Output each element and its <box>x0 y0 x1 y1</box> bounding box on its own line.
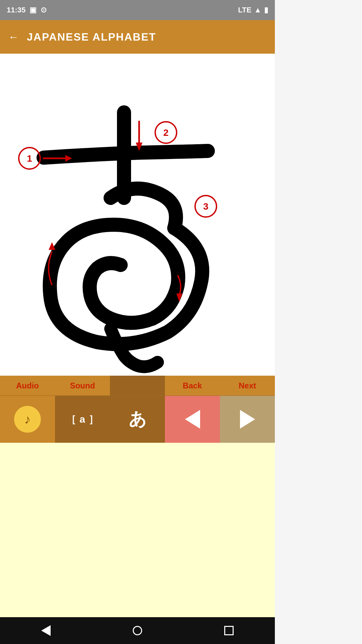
sound-button[interactable]: ［ a ］ <box>55 396 110 443</box>
bottom-area <box>0 443 275 617</box>
battery-icon: ▮ <box>264 6 268 14</box>
time-display: 11:35 <box>7 6 25 14</box>
nav-home-button[interactable] <box>133 626 142 635</box>
signal-icon: ▲ <box>254 6 261 14</box>
nav-back-button[interactable] <box>41 625 51 636</box>
cast-icon: ⊙ <box>41 6 47 14</box>
character-display-area: 1 2 3 <box>0 54 275 376</box>
app-header: ← JAPANESE ALPHABET <box>0 20 275 54</box>
music-icon: ♪ <box>24 412 31 427</box>
back-button-ctrl[interactable] <box>165 396 220 443</box>
controls-buttons: ♪ ［ a ］ あ <box>0 396 275 443</box>
next-label: Next <box>220 376 275 395</box>
back-label: Back <box>165 376 220 395</box>
audio-button[interactable]: ♪ <box>0 396 55 443</box>
audio-circle: ♪ <box>14 406 41 433</box>
char-button[interactable]: あ <box>110 396 165 443</box>
next-button-ctrl[interactable] <box>220 396 275 443</box>
status-bar: 11:35 ▣ ⊙ LTE ▲ ▮ <box>0 0 275 20</box>
char-value: あ <box>129 408 146 431</box>
svg-text:2: 2 <box>163 127 169 138</box>
controls-labels: Audio Sound Back Next <box>0 376 275 396</box>
status-right: LTE ▲ ▮ <box>238 6 268 14</box>
sim-icon: ▣ <box>29 6 37 14</box>
svg-text:1: 1 <box>27 153 32 164</box>
audio-label: Audio <box>0 376 55 395</box>
character-svg: 1 2 3 <box>0 54 275 376</box>
controls-section: Audio Sound Back Next ♪ ［ a ］ あ <box>0 376 275 443</box>
char-label <box>110 376 165 395</box>
sound-label: Sound <box>55 376 110 395</box>
sound-value: ［ a ］ <box>66 413 99 426</box>
status-left: 11:35 ▣ ⊙ <box>7 6 47 14</box>
page-title: JAPANESE ALPHABET <box>27 31 156 43</box>
lte-label: LTE <box>238 6 251 14</box>
back-button[interactable]: ← <box>8 31 19 43</box>
next-arrow-icon <box>240 410 255 429</box>
nav-recent-button[interactable] <box>224 626 234 635</box>
back-arrow-icon <box>185 410 200 429</box>
navigation-bar <box>0 617 275 644</box>
svg-text:3: 3 <box>203 201 208 212</box>
